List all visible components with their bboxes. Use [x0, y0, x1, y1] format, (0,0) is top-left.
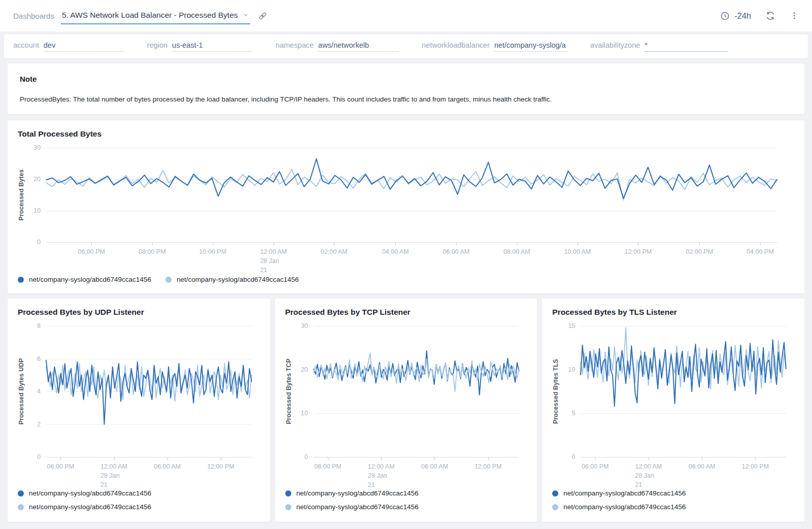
share-link-icon[interactable] [258, 11, 267, 21]
filter-namespace: namespace aws/networkelb [276, 41, 398, 52]
topbar-actions: -24h [720, 11, 799, 21]
panel-title: Total Processed Bytes [18, 129, 794, 139]
x-tick-label: 04:00 PM [747, 242, 774, 256]
time-range-label: -24h [734, 11, 751, 21]
x-tick-label: 06:00 AM [421, 457, 448, 471]
chart-legend: net/company-syslog/abcd6749ccac1456net/c… [18, 272, 794, 289]
panel-tcp-listener: Processed Bytes by TCP Listener Processe… [275, 299, 537, 522]
series-lines [314, 326, 519, 457]
panel-total-processed-bytes: Total Processed Bytes Processed Bytes010… [8, 120, 804, 293]
legend-label: net/company-syslog/abcd6749ccac1456 [296, 503, 419, 511]
y-tick-label: 10 [568, 366, 575, 373]
y-tick-label: 6 [37, 355, 41, 362]
x-tick-label: 08:00 PM [139, 242, 166, 256]
chart-legend: net/company-syslog/abcd6749ccac1456net/c… [18, 486, 260, 518]
x-tick-label: 02:00 PM [686, 242, 714, 256]
y-tick-label: 10 [33, 207, 41, 214]
filter-availabilityzone-input[interactable]: * [645, 41, 728, 52]
plot-area[interactable]: 0246806:00 PM12:00 AM28 Jan2106:00 AM12:… [46, 326, 252, 457]
x-tick-label: 12:00 AM28 Jan21 [368, 457, 395, 489]
y-tick-label: 0 [571, 453, 575, 460]
y-tick-label: 30 [301, 322, 308, 329]
filter-namespace-input[interactable]: aws/networkelb [318, 41, 398, 52]
panel-udp-listener: Processed Bytes by UDP Listener Processe… [8, 299, 270, 522]
y-axis-title: Processed Bytes TLS [552, 326, 559, 457]
y-axis-title: Processed Bytes [18, 148, 25, 242]
legend-label: net/company-syslog/abcd6749ccac1456 [177, 276, 299, 283]
note-body: ProcessedBytes: The total number of byte… [20, 95, 792, 103]
series-lines [46, 148, 777, 242]
series-lines [46, 326, 252, 457]
filter-label: availabilityzone [590, 41, 640, 49]
legend-item[interactable]: net/company-syslog/abcd6749ccac1456 [285, 489, 419, 497]
legend-dot [18, 490, 24, 497]
filter-region: region us-east-1 [147, 41, 252, 52]
y-tick-label: 4 [37, 388, 41, 395]
chart-legend: net/company-syslog/abcd6749ccac1456net/c… [552, 486, 794, 518]
legend-label: net/company-syslog/abcd6749ccac1456 [29, 489, 151, 497]
filter-label: networkloadbalancer [422, 41, 490, 49]
note-title: Note [20, 75, 792, 83]
panel-tls-listener: Processed Bytes by TLS Listener Processe… [542, 299, 804, 522]
x-tick-label: 12:00 AM28 Jan21 [635, 457, 662, 489]
bottom-panel-row: Processed Bytes by UDP Listener Processe… [8, 299, 804, 522]
chart-legend: net/company-syslog/abcd6749ccac1456net/c… [285, 486, 527, 518]
y-tick-label: 20 [33, 176, 41, 183]
filter-account-input[interactable]: dev [44, 41, 124, 52]
refresh-icon[interactable] [765, 11, 775, 21]
filter-availabilityzone: availabilityzone * [590, 41, 728, 52]
x-tick-label: 10:00 AM [564, 242, 591, 256]
legend-item[interactable]: net/company-syslog/abcd6749ccac1456 [552, 489, 686, 497]
y-tick-label: 0 [304, 453, 308, 460]
kebab-menu-icon[interactable] [790, 11, 799, 20]
plot-area[interactable]: 05101506:00 PM12:00 AM28 Jan2106:00 AM12… [581, 326, 786, 457]
panel-title: Processed Bytes by TLS Listener [552, 308, 794, 317]
filter-networkloadbalancer-input[interactable]: net/company-syslog/a [494, 41, 567, 52]
legend-item[interactable]: net/company-syslog/abcd6749ccac1456 [552, 503, 686, 511]
legend-item[interactable]: net/company-syslog/abcd6749ccac1456 [285, 503, 419, 511]
legend-dot [552, 490, 558, 497]
x-tick-label: 12:00 PM [475, 457, 502, 471]
x-tick-label: 06:00 AM [689, 457, 716, 471]
filter-label: region [147, 41, 167, 49]
legend-label: net/company-syslog/abcd6749ccac1456 [563, 489, 686, 497]
legend-item[interactable]: net/company-syslog/abcd6749ccac1456 [18, 503, 151, 511]
legend-dot [285, 490, 291, 497]
legend-dot [285, 504, 291, 510]
x-tick-label: 02:00 AM [321, 242, 348, 256]
legend-label: net/company-syslog/abcd6749ccac1456 [296, 489, 419, 497]
dashboard-title-dropdown[interactable]: 5. AWS Network Load Balancer - Processed… [61, 8, 250, 24]
legend-dot [552, 504, 558, 510]
panel-title: Processed Bytes by UDP Listener [18, 308, 260, 317]
legend-item[interactable]: net/company-syslog/abcd6749ccac1456 [18, 489, 151, 497]
time-range-selector[interactable]: -24h [720, 11, 751, 21]
line-chart-udp[interactable]: Processed Bytes UDP0246806:00 PM12:00 AM… [46, 324, 252, 486]
line-chart-tcp[interactable]: Processed Bytes TCP010203006:00 PM12:00 … [314, 324, 519, 486]
filter-region-input[interactable]: us-east-1 [172, 41, 252, 52]
x-tick-label: 06:00 PM [314, 457, 342, 471]
x-tick-label: 06:00 AM [154, 457, 181, 471]
legend-dot [18, 504, 24, 510]
x-tick-label: 12:00 AM28 Jan21 [100, 457, 127, 489]
filter-label: account [13, 41, 39, 49]
note-panel: Note ProcessedBytes: The total number of… [8, 63, 804, 114]
legend-item[interactable]: net/company-syslog/abcd6749ccac1456 [18, 276, 151, 283]
y-tick-label: 15 [568, 322, 575, 329]
series-line [581, 340, 786, 407]
y-tick-label: 0 [37, 239, 41, 246]
plot-area[interactable]: 010203006:00 PM08:00 PM10:00 PM12:00 AM2… [46, 148, 777, 242]
y-axis-title: Processed Bytes UDP [18, 326, 25, 457]
legend-item[interactable]: net/company-syslog/abcd6749ccac1456 [165, 276, 299, 283]
y-tick-label: 0 [37, 453, 41, 460]
x-tick-label: 10:00 PM [199, 242, 227, 256]
y-tick-label: 5 [571, 410, 575, 417]
line-chart-tls[interactable]: Processed Bytes TLS05101506:00 PM12:00 A… [581, 324, 786, 486]
x-tick-label: 06:00 AM [443, 242, 469, 256]
x-tick-label: 12:00 AM28 Jan21 [260, 242, 287, 275]
breadcrumb[interactable]: Dashboards [13, 12, 54, 20]
plot-area[interactable]: 010203006:00 PM12:00 AM28 Jan2106:00 AM1… [314, 326, 519, 457]
dashboard-title: 5. AWS Network Load Balancer - Processed… [62, 11, 238, 20]
y-axis-title: Processed Bytes TCP [285, 326, 292, 457]
line-chart-total[interactable]: Processed Bytes010203006:00 PM08:00 PM10… [46, 146, 777, 272]
top-bar: Dashboards 5. AWS Network Load Balancer … [0, 0, 812, 31]
